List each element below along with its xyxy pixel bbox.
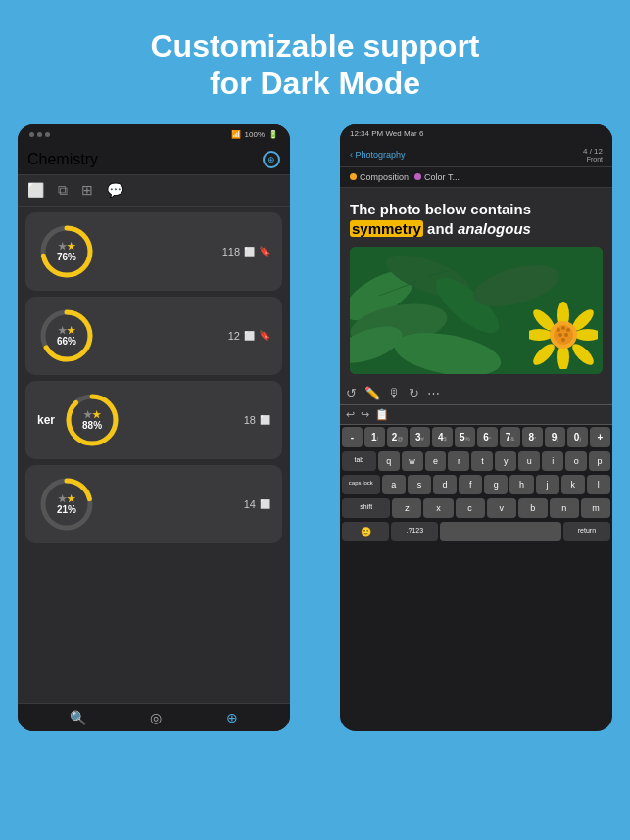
left-screen: 📶 100% 🔋 Chemistry ⊕ ⬜ ⧉ ⊞ 💬: [18, 124, 290, 731]
chat-icon[interactable]: 💬: [107, 182, 123, 199]
key-k[interactable]: k: [561, 475, 585, 494]
key-x[interactable]: x: [423, 498, 453, 518]
key-z[interactable]: z: [392, 498, 421, 518]
key-r[interactable]: r: [448, 451, 469, 471]
key-u[interactable]: u: [518, 451, 540, 471]
key-5[interactable]: 5%: [455, 427, 475, 447]
key-caps[interactable]: caps lock: [342, 475, 380, 494]
key-2[interactable]: 2@: [387, 427, 408, 447]
key-minus[interactable]: -: [342, 427, 363, 447]
key-8[interactable]: 8*: [522, 427, 543, 447]
card-4-info: 14 ⬜: [244, 498, 270, 510]
card-text: The photo below contains symmetry and an…: [350, 200, 603, 240]
more-icon[interactable]: ⋯: [427, 386, 440, 400]
card-1-info: 118 ⬜ 🔖: [222, 246, 270, 257]
qwerty-row: tab q w e r t y u i o p: [340, 449, 612, 473]
key-emoji[interactable]: 🙂: [342, 522, 389, 541]
key-n[interactable]: n: [550, 498, 579, 518]
add-tab-icon[interactable]: ⊕: [226, 710, 238, 725]
key-m[interactable]: m: [581, 498, 610, 518]
tag-composition[interactable]: Composition: [350, 172, 409, 182]
key-return[interactable]: return: [563, 522, 610, 541]
left-toolbar: ⬜ ⧉ ⊞ 💬: [18, 175, 290, 207]
status-right: 📶 100% 🔋: [231, 130, 278, 139]
right-screen: 12:34 PM Wed Mar 6 ‹ Photography 4 / 12 …: [340, 124, 612, 731]
key-numbers[interactable]: .?123: [391, 522, 438, 541]
keyboard-toolbar-1: ↺ ✏️ 🎙 ↻ ⋯: [340, 382, 612, 405]
keyboard-toolbar-2: ↩ ↪ 📋: [340, 405, 612, 425]
key-a[interactable]: a: [382, 475, 406, 494]
key-7[interactable]: 7&: [500, 427, 520, 447]
key-tab[interactable]: tab: [342, 451, 376, 471]
screens-container: 📶 100% 🔋 Chemistry ⊕ ⬜ ⧉ ⊞ 💬: [0, 124, 630, 731]
key-s[interactable]: s: [408, 475, 431, 494]
key-p[interactable]: p: [589, 451, 610, 471]
header-title: Customizable support for Dark Mode: [39, 27, 591, 103]
home-tab-icon[interactable]: ◎: [150, 710, 162, 725]
grid-icon[interactable]: ⊞: [81, 182, 93, 199]
key-4[interactable]: 4$: [432, 427, 453, 447]
key-f[interactable]: f: [459, 475, 482, 494]
search-icon[interactable]: ⬜: [27, 182, 44, 199]
key-6[interactable]: 6^: [477, 427, 498, 447]
paste-icon[interactable]: 📋: [375, 408, 389, 421]
key-t[interactable]: t: [471, 451, 493, 471]
undo-icon[interactable]: ↩: [346, 408, 355, 421]
key-0[interactable]: 0): [567, 427, 588, 447]
key-c[interactable]: c: [456, 498, 485, 518]
key-l[interactable]: l: [587, 475, 610, 494]
key-space[interactable]: [440, 522, 560, 541]
left-status-bar: 📶 100% 🔋: [18, 124, 290, 145]
card-content: The photo below contains symmetry and an…: [340, 188, 612, 383]
key-q[interactable]: q: [378, 451, 400, 471]
card-2: ★★ 66% 12 ⬜ 🔖: [25, 297, 282, 375]
key-j[interactable]: j: [536, 475, 559, 494]
svg-point-24: [529, 329, 553, 341]
status-dots: [29, 132, 50, 137]
key-1[interactable]: 1!: [364, 427, 385, 447]
tag-color-dot: [414, 173, 421, 180]
key-w[interactable]: w: [402, 451, 423, 471]
key-i[interactable]: i: [542, 451, 563, 471]
key-plus[interactable]: +: [590, 427, 610, 447]
svg-point-31: [564, 333, 568, 337]
back-button[interactable]: ‹ Photography: [350, 150, 406, 160]
key-h[interactable]: h: [509, 475, 533, 494]
header: Customizable support for Dark Mode: [0, 0, 630, 124]
nav-title: Chemistry: [27, 151, 98, 168]
card-text-part2: and: [423, 220, 458, 237]
mic-icon[interactable]: 🎙: [388, 386, 401, 400]
redo-icon[interactable]: ↻: [409, 386, 419, 400]
right-time: 12:34 PM Wed Mar 6: [350, 129, 423, 138]
wifi-icon: 📶: [231, 130, 241, 139]
nav-action-icon[interactable]: ⊕: [263, 151, 280, 168]
svg-point-23: [530, 341, 557, 368]
tag-color[interactable]: Color T...: [414, 172, 460, 182]
flower-svg: [529, 301, 598, 369]
key-o[interactable]: o: [565, 451, 587, 471]
zxcv-row: shift z x c v b n m: [340, 496, 612, 520]
key-g[interactable]: g: [484, 475, 508, 494]
number-row: - 1! 2@ 3# 4$ 5% 6^ 7& 8* 9( 0) +: [340, 425, 612, 449]
key-9[interactable]: 9(: [545, 427, 565, 447]
svg-point-21: [569, 341, 597, 368]
progress-76: ★★ 76%: [37, 222, 96, 281]
key-e[interactable]: e: [425, 451, 447, 471]
search-tab-icon[interactable]: 🔍: [70, 710, 86, 725]
front-label: Front: [583, 156, 603, 163]
undo-circle-icon[interactable]: ↺: [346, 386, 357, 400]
svg-point-30: [566, 328, 570, 332]
svg-point-28: [557, 328, 560, 332]
card-1: ★★ 76% 118 ⬜ 🔖: [25, 212, 282, 291]
key-shift[interactable]: shift: [342, 498, 390, 518]
page-counter: 4 / 12: [583, 147, 603, 156]
right-status-bar: 12:34 PM Wed Mar 6: [340, 124, 612, 143]
key-d[interactable]: d: [433, 475, 457, 494]
redo2-icon[interactable]: ↪: [361, 408, 369, 421]
key-b[interactable]: b: [518, 498, 548, 518]
key-v[interactable]: v: [487, 498, 516, 518]
copy-icon[interactable]: ⧉: [58, 182, 68, 199]
pencil-icon[interactable]: ✏️: [364, 386, 380, 400]
key-3[interactable]: 3#: [410, 427, 430, 447]
key-y[interactable]: y: [495, 451, 516, 471]
